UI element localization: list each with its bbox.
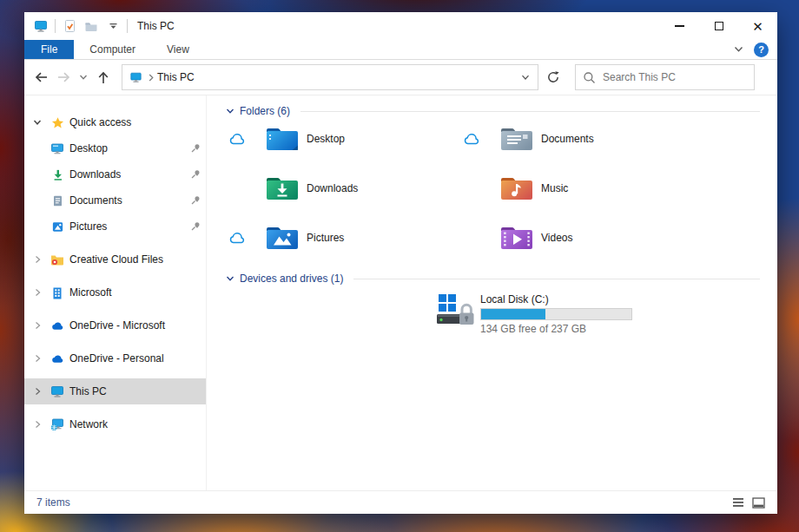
window-controls: ✕ bbox=[660, 12, 777, 40]
chevron-right-icon[interactable] bbox=[31, 255, 43, 264]
status-bar: 7 items bbox=[24, 490, 777, 514]
folder-tile-videos[interactable]: Videos bbox=[464, 219, 698, 257]
ribbon-tab-bar: File Computer View ? bbox=[24, 40, 777, 60]
close-button[interactable]: ✕ bbox=[738, 12, 777, 40]
tab-computer[interactable]: Computer bbox=[74, 40, 151, 59]
details-view-icon[interactable] bbox=[732, 497, 744, 508]
cloud-sync-icon bbox=[229, 134, 245, 145]
breadcrumb-chevron-icon[interactable] bbox=[149, 74, 154, 82]
sidebar-item-label: Quick access bbox=[69, 116, 131, 128]
sidebar-item-label: OneDrive - Microsoft bbox=[69, 319, 165, 332]
local-disk-bitlocker-icon bbox=[436, 292, 474, 328]
drive-capacity-bar bbox=[480, 308, 632, 320]
title-bar: This PC ✕ bbox=[24, 12, 777, 40]
onedrive-cloud-icon bbox=[50, 351, 64, 365]
chevron-down-icon[interactable] bbox=[31, 119, 43, 126]
folder-tile-pictures[interactable]: Pictures bbox=[229, 219, 464, 257]
star-icon bbox=[50, 115, 64, 129]
creative-cloud-folder-icon bbox=[50, 253, 64, 266]
pin-icon bbox=[190, 168, 202, 181]
group-header-label: Folders (6) bbox=[240, 105, 290, 117]
back-button[interactable] bbox=[30, 66, 52, 89]
tab-view[interactable]: View bbox=[151, 40, 205, 59]
folder-tile-label: Desktop bbox=[307, 133, 345, 145]
address-dropdown-chevron-icon[interactable] bbox=[513, 65, 538, 89]
sidebar-item-onedrive-personal[interactable]: OneDrive - Personal bbox=[24, 345, 206, 371]
sidebar-item-label: Network bbox=[69, 418, 108, 430]
chevron-down-icon bbox=[226, 108, 234, 115]
downloads-icon bbox=[50, 167, 64, 181]
chevron-down-icon bbox=[226, 275, 234, 282]
collapse-ribbon-chevron-icon[interactable] bbox=[734, 46, 743, 53]
recent-locations-chevron-icon[interactable] bbox=[75, 66, 92, 89]
maximize-button[interactable] bbox=[699, 12, 738, 40]
forward-button[interactable] bbox=[52, 66, 75, 89]
folder-tile-downloads[interactable]: Downloads bbox=[229, 169, 464, 207]
tab-file-label: File bbox=[41, 43, 57, 56]
separator bbox=[127, 19, 128, 33]
tab-file[interactable]: File bbox=[24, 40, 74, 59]
address-bar[interactable]: This PC bbox=[122, 64, 538, 90]
sidebar-item-onedrive-microsoft[interactable]: OneDrive - Microsoft bbox=[24, 312, 206, 338]
chevron-right-icon[interactable] bbox=[31, 354, 43, 363]
sidebar-item-this-pc[interactable]: This PC bbox=[24, 378, 206, 404]
thumbnail-view-icon[interactable] bbox=[752, 497, 765, 509]
sidebar-item-desktop[interactable]: Desktop bbox=[24, 135, 206, 161]
search-input[interactable] bbox=[603, 71, 747, 83]
group-divider bbox=[300, 111, 760, 112]
navigation-toolbar: This PC bbox=[24, 60, 777, 95]
sidebar-item-pictures[interactable]: Pictures bbox=[24, 213, 206, 240]
window-title: This PC bbox=[137, 20, 175, 32]
sidebar-item-creative-cloud-files[interactable]: Creative Cloud Files bbox=[24, 246, 206, 273]
up-button[interactable] bbox=[92, 66, 115, 89]
search-icon bbox=[583, 71, 596, 84]
drive-tile-local-disk-c[interactable]: Local Disk (C:) 134 GB free of 237 GB bbox=[436, 292, 632, 335]
chevron-right-icon[interactable] bbox=[31, 420, 43, 429]
pin-icon bbox=[190, 194, 202, 207]
separator bbox=[55, 19, 56, 33]
customize-quick-access-dropdown-icon[interactable] bbox=[105, 18, 121, 34]
navigation-pane: Quick access Desktop Downloads Documents… bbox=[24, 95, 207, 490]
folder-music-icon bbox=[499, 174, 534, 202]
sidebar-item-microsoft[interactable]: Microsoft bbox=[24, 279, 206, 305]
folder-tile-music[interactable]: Music bbox=[464, 169, 698, 207]
drive-capacity-bar-fill bbox=[481, 309, 545, 319]
folder-tile-label: Pictures bbox=[307, 232, 344, 244]
sidebar-item-quick-access[interactable]: Quick access bbox=[24, 109, 206, 135]
folder-videos-icon bbox=[499, 224, 534, 252]
items-count: 7 items bbox=[36, 496, 70, 509]
folders-grid: Desktop Documents Downloads Music bbox=[229, 120, 698, 268]
onedrive-cloud-icon bbox=[50, 319, 64, 332]
sidebar-item-label: Documents bbox=[69, 194, 122, 207]
search-box[interactable] bbox=[575, 64, 755, 90]
chevron-right-icon[interactable] bbox=[31, 288, 43, 297]
minimize-button[interactable] bbox=[660, 12, 699, 40]
properties-check-icon[interactable] bbox=[62, 18, 77, 34]
sidebar-item-label: Pictures bbox=[69, 220, 107, 233]
folder-downloads-icon bbox=[265, 174, 300, 202]
folder-tile-desktop[interactable]: Desktop bbox=[229, 120, 464, 158]
drive-name: Local Disk (C:) bbox=[480, 293, 632, 305]
desktop-icon bbox=[50, 141, 64, 155]
group-header-label: Devices and drives (1) bbox=[240, 273, 343, 285]
chevron-right-icon[interactable] bbox=[31, 321, 43, 330]
sidebar-item-label: Microsoft bbox=[69, 286, 112, 299]
pin-icon bbox=[190, 142, 202, 154]
chevron-right-icon[interactable] bbox=[31, 387, 43, 396]
help-button[interactable]: ? bbox=[754, 43, 769, 57]
sidebar-item-downloads[interactable]: Downloads bbox=[24, 161, 206, 187]
folder-documents-icon bbox=[499, 125, 534, 153]
new-folder-icon[interactable] bbox=[83, 18, 99, 34]
sidebar-item-label: Creative Cloud Files bbox=[69, 253, 163, 266]
folder-tile-label: Videos bbox=[541, 232, 572, 244]
folder-tile-documents[interactable]: Documents bbox=[464, 120, 698, 158]
group-header-folders[interactable]: Folders (6) bbox=[226, 104, 760, 118]
group-header-devices[interactable]: Devices and drives (1) bbox=[226, 272, 760, 286]
sidebar-item-label: Downloads bbox=[69, 168, 121, 181]
this-pc-icon bbox=[33, 18, 49, 34]
breadcrumb[interactable]: This PC bbox=[157, 71, 195, 83]
quick-access-toolbar: This PC bbox=[24, 18, 175, 34]
sidebar-item-network[interactable]: Network bbox=[24, 411, 206, 437]
refresh-button[interactable] bbox=[538, 64, 568, 90]
sidebar-item-documents[interactable]: Documents bbox=[24, 187, 206, 213]
